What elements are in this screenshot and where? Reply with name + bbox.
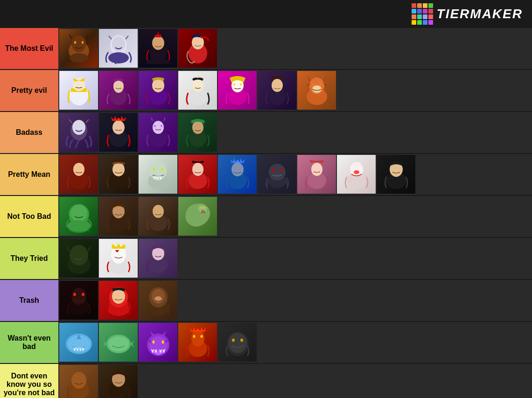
list-item (218, 155, 257, 194)
list-item (99, 323, 138, 362)
list-item (59, 197, 98, 236)
svg-point-45 (233, 83, 235, 85)
list-item (178, 197, 217, 236)
svg-point-57 (312, 85, 322, 93)
svg-point-73 (161, 125, 162, 127)
svg-rect-19 (155, 35, 161, 37)
list-item (59, 365, 98, 398)
svg-point-72 (154, 125, 155, 127)
list-item (297, 155, 336, 194)
svg-point-6 (70, 53, 88, 63)
list-item (218, 71, 257, 110)
svg-point-61 (72, 120, 85, 135)
list-item (178, 155, 217, 194)
tier-label-trash: Trash (0, 280, 58, 321)
svg-point-46 (240, 83, 242, 85)
list-item (139, 323, 177, 362)
svg-point-188 (193, 335, 195, 338)
svg-point-38 (192, 79, 203, 92)
list-item (99, 239, 138, 278)
list-item (59, 239, 98, 278)
tier-items-badass (58, 112, 532, 153)
list-item (59, 281, 98, 320)
list-item (377, 155, 415, 194)
svg-point-97 (231, 162, 244, 176)
header: TiERMAKER (0, 0, 532, 28)
svg-point-48 (272, 79, 283, 92)
list-item (59, 113, 98, 152)
svg-point-121 (70, 205, 87, 222)
tier-label-most-evil: The Most Evil (0, 28, 58, 69)
list-item (99, 197, 138, 236)
svg-point-56 (320, 83, 322, 85)
svg-point-139 (70, 245, 88, 265)
tier-items-most-evil (58, 28, 532, 69)
list-item (99, 155, 138, 194)
list-item (178, 71, 217, 110)
tier-list: The Most Evil (0, 28, 532, 398)
list-item (139, 71, 177, 110)
list-item (297, 71, 336, 110)
tier-row-not-too-bad: Not Too Bad (0, 196, 532, 238)
tier-items-not-too-bad (58, 196, 532, 237)
tier-label-not-too-bad: Not Too Bad (0, 196, 58, 237)
list-item (99, 365, 138, 398)
list-item (218, 323, 257, 362)
list-item (258, 155, 296, 194)
list-item (99, 71, 138, 110)
svg-point-195 (240, 338, 243, 342)
svg-point-101 (269, 164, 286, 181)
tier-label-badass: Badass (0, 112, 58, 153)
tier-row-they-tried: They Tried (0, 238, 532, 280)
svg-point-155 (82, 293, 84, 296)
tier-items-dont-know (58, 364, 532, 398)
svg-point-75 (192, 121, 203, 134)
tier-items-wasnt-bad (58, 322, 532, 363)
tier-items-trash (58, 280, 532, 321)
list-item (337, 155, 376, 194)
tier-row-trash: Trash (0, 280, 532, 322)
list-item (59, 71, 98, 110)
svg-point-185 (191, 330, 204, 347)
svg-point-189 (200, 335, 203, 338)
list-item (99, 281, 138, 320)
tiermaker-logo: TiERMAKER (412, 3, 523, 25)
tier-items-pretty-mean (58, 154, 532, 195)
svg-point-197 (71, 372, 86, 389)
list-item (139, 155, 177, 194)
list-item (178, 113, 217, 152)
logo-grid-icon (412, 3, 433, 25)
svg-point-91 (161, 168, 163, 171)
tier-row-badass: Badass (0, 112, 532, 154)
svg-point-105 (280, 169, 283, 172)
list-item (99, 113, 138, 152)
svg-point-1 (72, 35, 86, 52)
tier-items-they-tried (58, 238, 532, 279)
tier-row-pretty-mean: Pretty Mean (0, 154, 532, 196)
tier-label-wasnt-bad: Wasn't even bad (0, 322, 58, 363)
list-item (139, 239, 177, 278)
tier-row-pretty-evil: Pretty evil (0, 70, 532, 112)
list-item (178, 323, 217, 362)
list-item (139, 197, 177, 236)
svg-point-55 (312, 83, 314, 85)
svg-point-114 (354, 170, 359, 174)
svg-point-104 (272, 169, 274, 172)
list-item (59, 323, 98, 362)
svg-point-136 (200, 207, 202, 209)
tier-label-they-tried: They Tried (0, 238, 58, 279)
svg-point-194 (232, 338, 235, 342)
svg-point-151 (71, 288, 86, 305)
svg-point-154 (73, 293, 76, 296)
svg-point-4 (74, 41, 76, 44)
tier-row-most-evil: The Most Evil (0, 28, 532, 70)
svg-point-182 (152, 340, 154, 343)
tier-label-pretty-mean: Pretty Mean (0, 154, 58, 195)
tier-row-wasnt-bad: Wasn't even bad (0, 322, 532, 364)
tier-label-pretty-evil: Pretty evil (0, 70, 58, 111)
list-item (99, 29, 138, 68)
list-item (139, 281, 177, 320)
svg-point-90 (153, 168, 155, 171)
svg-point-5 (82, 41, 84, 44)
tier-row-dont-know: Dont even know you so you're not bad (0, 364, 532, 398)
